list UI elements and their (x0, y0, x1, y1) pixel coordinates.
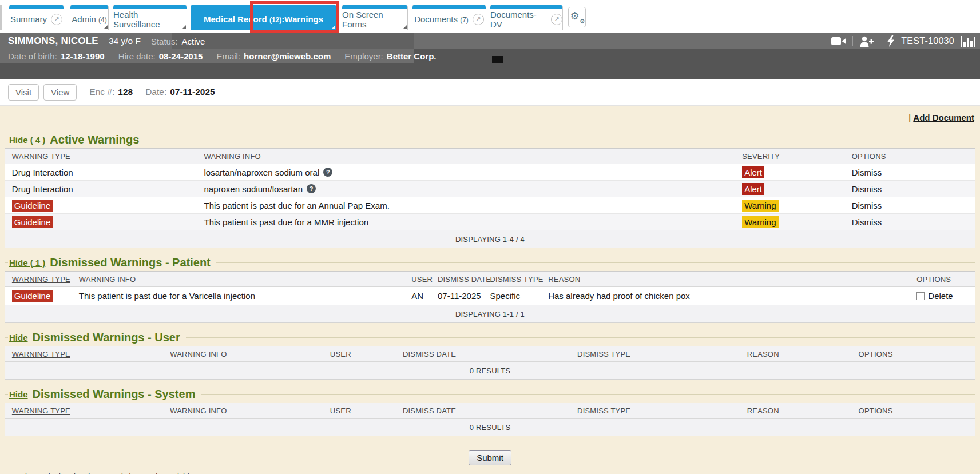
section-rule (216, 262, 975, 263)
status-value: Active (182, 37, 205, 46)
patient-name: SIMMONS, NICOLE (8, 35, 98, 47)
column-header-warning-type[interactable]: WARNING TYPE (12, 346, 70, 361)
column-header-severity[interactable]: SEVERITY (742, 149, 780, 164)
column-header-user: USER (411, 272, 433, 286)
guideline-badge: Guideline (12, 290, 53, 302)
guideline-badge: Guideline (12, 200, 53, 212)
add-person-icon[interactable] (859, 36, 874, 47)
tab-documents-dv[interactable]: Documents-DV↗ (490, 5, 563, 30)
table-row: GuidelineThis patient is past due for a … (5, 214, 975, 230)
warning-badge: Warning (742, 200, 778, 212)
column-header-dismiss-date: DISMISS DATE (438, 272, 491, 286)
add-document-link[interactable]: Add Document (913, 113, 974, 122)
submit-button[interactable]: Submit (469, 450, 511, 465)
column-header-options: OPTIONS (859, 346, 893, 361)
cell-text: losartan/naproxen sodium oral (204, 168, 319, 177)
section-rule (201, 394, 975, 395)
warnings-table: WARNING TYPEWARNING INFOSEVERITYOPTIONSD… (5, 148, 975, 248)
external-link-icon[interactable]: ↗ (51, 14, 62, 25)
chart-id: TEST-10030 (901, 36, 954, 46)
hire-date-label: Hire date: (118, 51, 156, 61)
employer-value: Better Corp. (387, 51, 437, 61)
help-question-icon[interactable]: ? (307, 184, 316, 193)
section-rule (145, 140, 975, 140)
enc-number-label: Enc #: (89, 87, 114, 97)
tab-label: Admin (4) (72, 14, 106, 24)
visit-button[interactable]: Visit (8, 84, 39, 101)
cell-text: This patient is past due for an Annual P… (204, 201, 389, 210)
section-title: Dismissed Warnings - Patient (50, 256, 210, 269)
column-header-warning-info: WARNING INFO (170, 346, 227, 361)
tab-summary[interactable]: Summary↗ (9, 5, 64, 30)
patient-age-sex: 34 y/o F (109, 36, 141, 46)
settings-gear-button[interactable]: ⚙⚙ (568, 7, 586, 27)
delete-checkbox[interactable] (916, 292, 925, 300)
warnings-table: WARNING TYPEWARNING INFOUSERDISMISS DATE… (5, 271, 975, 323)
tab-label: On Screen Forms (342, 10, 407, 29)
dismiss-link[interactable]: Dismiss (852, 201, 882, 210)
table-row: Drug Interactionlosartan/naproxen sodium… (5, 164, 975, 181)
bar-chart-icon[interactable] (961, 36, 975, 47)
section-active-warnings: Hide ( 4 )Active WarningsWARNING TYPEWAR… (5, 131, 975, 248)
enc-date-value: 07-11-2025 (170, 87, 215, 97)
lightning-icon[interactable] (887, 35, 895, 47)
dismiss-link[interactable]: Dismiss (852, 168, 882, 177)
enc-date-label: Date: (145, 87, 166, 97)
alert-badge: Alert (742, 166, 764, 178)
cursor-artifact (492, 56, 503, 63)
hide-toggle-link[interactable]: Hide ( 1 ) (9, 258, 45, 268)
employer-label: Employer: (344, 51, 383, 61)
column-header-dismiss-date: DISMISS DATE (403, 346, 456, 361)
external-link-icon[interactable]: ↗ (473, 14, 484, 25)
table-result-count: DISPLAYING 1-1 / 1 (5, 305, 975, 322)
tab-documents[interactable]: Documents (7)↗ (412, 5, 486, 30)
view-button[interactable]: View (43, 84, 77, 101)
cell-text: naproxen sodium/losartan (204, 184, 303, 194)
table-row: Drug Interactionnaproxen sodium/losartan… (5, 181, 975, 197)
column-header-warning-type[interactable]: WARNING TYPE (12, 272, 70, 286)
dismiss-link[interactable]: Dismiss (852, 184, 882, 194)
add-document-separator: | (908, 113, 911, 122)
column-header-warning-type[interactable]: WARNING TYPE (12, 403, 70, 418)
guideline-badge: Guideline (12, 216, 53, 228)
column-header-reason: REASON (747, 346, 779, 361)
tab-menu-corner-icon (403, 25, 407, 29)
column-header-warning-type[interactable]: WARNING TYPE (12, 149, 70, 164)
section-title: Dismissed Warnings - System (33, 388, 196, 401)
section-dismissed-warnings-system: HideDismissed Warnings - SystemWARNING T… (5, 385, 975, 436)
gears-icon: ⚙⚙ (571, 11, 584, 23)
alert-badge: Alert (742, 183, 764, 195)
help-question-icon[interactable]: ? (323, 168, 332, 177)
warnings-table: WARNING TYPEWARNING INFOUSERDISMISS DATE… (5, 346, 975, 380)
hide-toggle-link[interactable]: Hide (9, 333, 28, 342)
column-header-warning-info: WARNING INFO (204, 149, 260, 164)
tab-health-surveillance[interactable]: Health Surveillance (113, 5, 187, 30)
tab-label: Documents-DV (490, 10, 547, 29)
enc-number-value: 128 (118, 87, 133, 97)
delete-label: Delete (928, 291, 953, 301)
column-header-reason: REASON (747, 403, 779, 418)
column-header-warning-info: WARNING INFO (79, 272, 136, 286)
table-row: GuidelineThis patient is past due for an… (5, 197, 975, 214)
dismiss-link[interactable]: Dismiss (852, 217, 882, 227)
video-camera-icon[interactable] (831, 36, 846, 46)
tab-label: Health Surveillance (113, 10, 187, 29)
external-link-icon[interactable]: ↗ (551, 14, 562, 25)
dob-value: 12-18-1990 (61, 51, 105, 61)
hide-toggle-link[interactable]: Hide (9, 389, 28, 399)
cell-text: This patient is past due for a MMR injec… (204, 217, 368, 227)
tab-admin[interactable]: Admin (4) (70, 5, 109, 30)
table-result-count: 0 RESULTS (5, 362, 975, 379)
column-header-dismiss-type: DISMISS TYPE (577, 346, 630, 361)
tab-edge-fragment (0, 5, 2, 30)
column-header-reason: REASON (548, 272, 580, 286)
section-dismissed-warnings-user: HideDismissed Warnings - UserWARNING TYP… (5, 329, 975, 380)
cell-text: 07-11-2025 (438, 291, 481, 301)
hide-toggle-link[interactable]: Hide ( 4 ) (9, 135, 45, 145)
email-label: Email: (216, 51, 240, 61)
column-header-options: OPTIONS (852, 149, 886, 164)
section-dismissed-warnings-patient: Hide ( 1 )Dismissed Warnings - PatientWA… (5, 254, 975, 323)
warnings-table: WARNING TYPEWARNING INFOUSERDISMISS DATE… (5, 403, 975, 436)
status-label: Status: (151, 37, 178, 46)
tab-on-screen-forms[interactable]: On Screen Forms (342, 5, 408, 30)
